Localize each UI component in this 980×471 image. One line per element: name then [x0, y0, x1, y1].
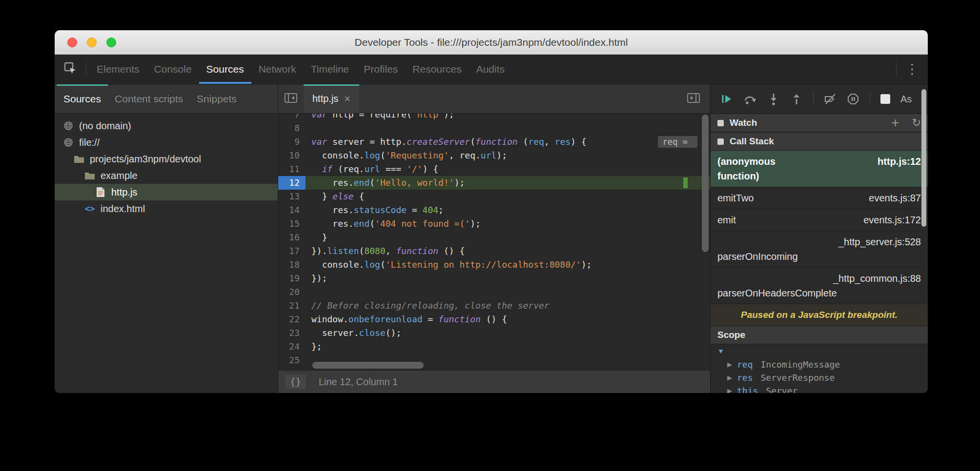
- tab-sources[interactable]: Sources: [199, 55, 251, 84]
- pretty-print-button[interactable]: {}: [285, 374, 306, 389]
- code-text[interactable]: }: [306, 231, 327, 244]
- scope-variable-row[interactable]: ▶resServerResponse: [711, 371, 928, 384]
- code-text[interactable]: // Before closing/reloading, close the s…: [306, 299, 550, 313]
- inspect-element-button[interactable]: [55, 55, 86, 84]
- hide-navigator-button[interactable]: [278, 84, 304, 113]
- tree-item[interactable]: file://: [55, 134, 278, 151]
- code-text[interactable]: res.end('404 not found =(');: [306, 217, 481, 231]
- tab-resources[interactable]: Resources: [405, 55, 469, 84]
- show-drawer-button[interactable]: [681, 84, 706, 113]
- line-number[interactable]: 15: [278, 217, 306, 231]
- line-number[interactable]: 9: [278, 135, 306, 149]
- callstack-section-header[interactable]: Call Stack: [711, 132, 928, 151]
- resume-script-button[interactable]: [720, 93, 733, 105]
- chevron-right-icon[interactable]: ▶: [727, 361, 732, 368]
- tab-elements[interactable]: Elements: [89, 55, 147, 84]
- editor-tab-httpjs[interactable]: http.js ×: [304, 84, 359, 113]
- scope-section-header[interactable]: Scope: [711, 326, 928, 344]
- line-number[interactable]: 21: [278, 299, 306, 313]
- pause-on-exceptions-button[interactable]: [847, 93, 859, 105]
- line-number[interactable]: 20: [278, 285, 306, 299]
- call-stack-frame[interactable]: http.js:12(anonymous function): [711, 151, 928, 187]
- tab-timeline[interactable]: Timeline: [304, 55, 357, 84]
- tab-console[interactable]: Console: [147, 55, 199, 84]
- add-watch-icon[interactable]: +: [891, 116, 899, 130]
- step-out-button[interactable]: [790, 93, 803, 105]
- code-text[interactable]: server.close();: [306, 326, 401, 340]
- line-number[interactable]: 11: [278, 162, 306, 176]
- zoom-window-button[interactable]: [106, 38, 116, 47]
- line-number[interactable]: 24: [278, 340, 306, 353]
- tree-item[interactable]: (no domain): [55, 118, 278, 134]
- scope-variable-name: req: [737, 359, 753, 370]
- line-number[interactable]: 13: [278, 190, 306, 203]
- scrollbar-thumb[interactable]: [921, 89, 926, 227]
- code-text[interactable]: var http = require('http');: [306, 114, 454, 121]
- call-stack-frame[interactable]: events.js:87emitTwo: [711, 187, 928, 209]
- scrollbar-thumb[interactable]: [312, 362, 424, 369]
- deactivate-breakpoints-button[interactable]: [824, 93, 837, 105]
- call-stack-frame[interactable]: _http_server.js:528parserOnIncoming: [711, 231, 928, 268]
- line-number[interactable]: 18: [278, 258, 306, 272]
- code-text[interactable]: var server = http.createServer(function …: [306, 135, 587, 149]
- title-bar[interactable]: Developer Tools - file:///projects/jam3n…: [55, 30, 928, 55]
- scope-variable-row[interactable]: ▶thisServer: [711, 384, 928, 393]
- collapse-icon: [717, 120, 724, 126]
- line-number[interactable]: 12: [278, 176, 306, 190]
- tree-item[interactable]: projects/jam3npm/devtool: [55, 151, 278, 167]
- minimize-window-button[interactable]: [87, 38, 97, 47]
- sidebar-tab-content-scripts[interactable]: Content scripts: [108, 84, 190, 113]
- tree-item[interactable]: http.js: [55, 184, 278, 200]
- code-text[interactable]: }).listen(8080, function () {: [306, 244, 465, 258]
- call-stack-frame[interactable]: events.js:172emit: [711, 209, 928, 231]
- code-text[interactable]: } else {: [306, 190, 364, 203]
- more-options-icon[interactable]: ⋮: [905, 62, 919, 76]
- step-over-button[interactable]: [743, 93, 757, 105]
- scope-variable-row[interactable]: ▶reqIncomingMessage: [711, 358, 928, 371]
- code-text[interactable]: [306, 121, 311, 135]
- code-editor[interactable]: 7var http = require('http');89var server…: [278, 114, 710, 370]
- watch-section-header[interactable]: Watch + ↻: [711, 114, 928, 132]
- refresh-watch-icon[interactable]: ↻: [912, 118, 921, 128]
- code-text[interactable]: [306, 285, 311, 299]
- tab-network[interactable]: Network: [251, 55, 304, 84]
- sidebar-tab-snippets[interactable]: Snippets: [190, 84, 244, 113]
- line-number[interactable]: 16: [278, 231, 306, 244]
- sidebar-tab-sources[interactable]: Sources: [57, 84, 108, 113]
- async-checkbox[interactable]: [880, 94, 890, 104]
- line-number[interactable]: 22: [278, 313, 306, 326]
- line-number[interactable]: 14: [278, 203, 306, 217]
- close-tab-icon[interactable]: ×: [344, 94, 350, 104]
- line-number[interactable]: 17: [278, 244, 306, 258]
- editor-vertical-scrollbar[interactable]: [701, 114, 709, 360]
- tree-item[interactable]: <>index.html: [55, 200, 278, 217]
- cursor-position: Line 12, Column 1: [319, 376, 398, 388]
- line-number[interactable]: 10: [278, 149, 306, 162]
- code-text[interactable]: console.log('Listening on http://localho…: [306, 258, 592, 272]
- line-number[interactable]: 8: [278, 121, 306, 135]
- line-number[interactable]: 19: [278, 272, 306, 285]
- call-stack-frame[interactable]: _http_common.js:88parserOnHeadersComplet…: [711, 268, 928, 304]
- close-window-button[interactable]: [67, 38, 77, 47]
- scrollbar-thumb[interactable]: [702, 115, 709, 252]
- code-text[interactable]: });: [306, 272, 327, 285]
- code-text[interactable]: };: [306, 340, 322, 353]
- main-tabs: ElementsConsoleSourcesNetworkTimelinePro…: [89, 55, 512, 84]
- editor-horizontal-scrollbar[interactable]: [278, 361, 700, 369]
- scope-expander[interactable]: ▼: [711, 344, 928, 358]
- chevron-right-icon[interactable]: ▶: [727, 387, 732, 393]
- code-text[interactable]: console.log('Requesting', req.url);: [306, 149, 507, 162]
- code-text[interactable]: res.statusCode = 404;: [306, 203, 444, 217]
- code-text[interactable]: res.end('Hello, world!');: [306, 176, 465, 190]
- code-text[interactable]: if (req.url === '/') {: [306, 162, 438, 176]
- tab-audits[interactable]: Audits: [469, 55, 512, 84]
- chevron-right-icon[interactable]: ▶: [727, 374, 732, 381]
- step-into-button[interactable]: [767, 93, 780, 105]
- tab-profiles[interactable]: Profiles: [356, 55, 405, 84]
- code-text[interactable]: window.onbeforeunload = function () {: [306, 313, 507, 326]
- line-number[interactable]: 7: [278, 114, 306, 121]
- panel-scrollbar[interactable]: [921, 87, 927, 390]
- line-number[interactable]: 23: [278, 326, 306, 340]
- traffic-lights: [67, 30, 116, 54]
- tree-item[interactable]: example: [55, 167, 278, 184]
